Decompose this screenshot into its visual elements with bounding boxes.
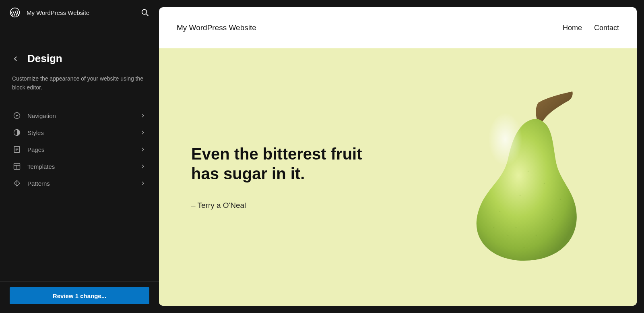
preview-header: My WordPress Website Home Contact xyxy=(159,7,637,48)
svg-line-2 xyxy=(147,14,149,16)
panel-description: Customize the appearance of your website… xyxy=(0,69,159,104)
chevron-right-icon xyxy=(140,129,146,136)
review-changes-button[interactable]: Review 1 change... xyxy=(10,287,149,304)
svg-point-21 xyxy=(544,182,545,183)
nav-item-pages[interactable]: Pages xyxy=(3,141,156,158)
chevron-right-icon xyxy=(140,146,146,153)
preview-site-title[interactable]: My WordPress Website xyxy=(177,23,256,32)
nav-item-navigation[interactable]: Navigation xyxy=(3,107,156,124)
nav-item-templates[interactable]: Templates xyxy=(3,158,156,175)
compass-icon xyxy=(13,112,21,120)
panel-title: Design xyxy=(27,52,62,65)
svg-point-25 xyxy=(493,227,494,228)
svg-point-1 xyxy=(142,10,147,15)
panel-heading: Design xyxy=(0,25,159,69)
svg-point-17 xyxy=(516,227,516,228)
layout-icon xyxy=(13,162,21,170)
wordpress-logo-icon[interactable] xyxy=(10,7,20,18)
diamond-icon xyxy=(13,179,21,187)
chevron-right-icon xyxy=(140,180,146,187)
hero-section: Even the bitterest fruit has sugar in it… xyxy=(159,48,637,306)
nav-link-contact[interactable]: Contact xyxy=(594,24,619,32)
svg-point-20 xyxy=(560,199,561,199)
preview-nav: Home Contact xyxy=(563,24,619,32)
nav-item-patterns[interactable]: Patterns xyxy=(3,175,156,192)
svg-point-27 xyxy=(524,247,524,248)
site-preview[interactable]: My WordPress Website Home Contact Even t… xyxy=(159,7,637,306)
editor-canvas: My WordPress Website Home Contact Even t… xyxy=(159,0,644,313)
design-nav-list: Navigation Styles xyxy=(0,104,159,192)
svg-point-22 xyxy=(528,170,528,171)
hero-quote-line2: has sugar in it. xyxy=(191,165,305,182)
hero-text: Even the bitterest fruit has sugar in it… xyxy=(191,144,362,210)
site-name[interactable]: My WordPress Website xyxy=(27,9,89,16)
chevron-right-icon xyxy=(140,163,146,170)
pear-image xyxy=(456,91,588,264)
nav-link-home[interactable]: Home xyxy=(563,24,582,32)
page-icon xyxy=(13,145,21,153)
nav-item-label: Patterns xyxy=(27,180,50,187)
svg-point-24 xyxy=(508,235,508,236)
back-button[interactable] xyxy=(12,55,19,62)
svg-point-26 xyxy=(540,251,541,252)
svg-point-23 xyxy=(520,195,520,195)
divider xyxy=(0,281,159,282)
hero-quote-line1: Even the bitterest fruit xyxy=(191,145,362,163)
svg-rect-10 xyxy=(14,164,20,170)
svg-point-15 xyxy=(484,111,540,199)
svg-marker-4 xyxy=(16,115,18,117)
half-circle-icon xyxy=(13,129,21,137)
search-icon[interactable] xyxy=(140,8,149,17)
editor-sidebar: My WordPress Website Design Customize th… xyxy=(0,0,159,313)
nav-item-label: Pages xyxy=(27,146,45,153)
top-bar: My WordPress Website xyxy=(0,0,159,25)
svg-point-19 xyxy=(552,219,553,220)
svg-point-18 xyxy=(536,235,537,236)
nav-item-label: Navigation xyxy=(27,112,56,119)
chevron-right-icon xyxy=(140,112,146,119)
nav-item-styles[interactable]: Styles xyxy=(3,124,156,141)
hero-quote: Even the bitterest fruit has sugar in it… xyxy=(191,144,362,184)
nav-item-label: Templates xyxy=(27,163,55,170)
nav-item-label: Styles xyxy=(27,129,44,136)
svg-point-16 xyxy=(500,211,500,211)
hero-attribution: – Terry a O'Neal xyxy=(191,201,362,210)
